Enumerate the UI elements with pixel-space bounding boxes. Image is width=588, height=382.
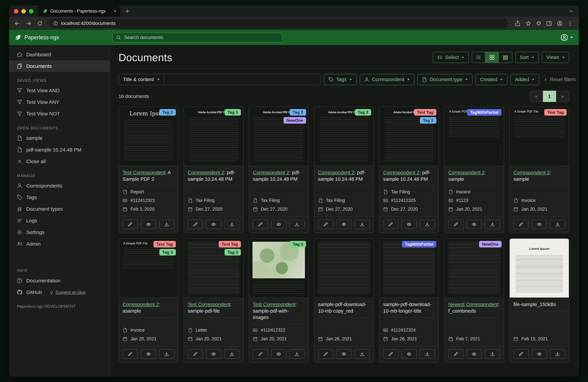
correspondent-link[interactable]: Test Correspondent bbox=[123, 170, 165, 175]
filter-added-button[interactable]: Added bbox=[510, 74, 539, 85]
document-title[interactable]: Correspondent 2: pdf-sample 10.24.48 PM bbox=[188, 169, 240, 186]
sidebar-item-correspondents[interactable]: Correspondents bbox=[9, 180, 110, 192]
download-button[interactable] bbox=[420, 220, 435, 229]
search-input[interactable] bbox=[124, 35, 278, 40]
document-thumbnail[interactable]: Lorem IpsumTag 2 bbox=[119, 107, 178, 166]
correspondent-link[interactable]: Correspondent 2 bbox=[123, 302, 159, 307]
document-card[interactable]: Adobe Acrobat PDF FilesTag 3Corresponden… bbox=[184, 106, 243, 233]
side-panel-icon[interactable] bbox=[546, 21, 552, 26]
document-title[interactable]: Test Correspondent: A Sample PDF 2 bbox=[123, 169, 174, 186]
document-thumbnail[interactable]: Adobe Acrobat PDF FilesTag 3 bbox=[184, 107, 243, 166]
document-card[interactable]: Tag 3Test Correspondent: sample-pdf-with… bbox=[249, 238, 309, 363]
download-button[interactable] bbox=[550, 349, 565, 359]
next-page-button[interactable]: » bbox=[556, 91, 569, 102]
edit-button[interactable] bbox=[513, 349, 529, 359]
tab-list-chevron-icon[interactable] bbox=[569, 9, 574, 14]
edit-button[interactable] bbox=[123, 220, 138, 229]
preview-button[interactable] bbox=[336, 220, 352, 229]
view-details-button[interactable] bbox=[499, 52, 512, 63]
preview-button[interactable] bbox=[271, 349, 286, 359]
download-button[interactable] bbox=[420, 349, 435, 359]
app-brand[interactable]: Paperless-ngx bbox=[15, 34, 112, 41]
document-card[interactable]: A Simple PDF FileTest TagCorrespondent 2… bbox=[509, 106, 569, 233]
address-bar[interactable]: localhost:4200/documents bbox=[49, 19, 508, 28]
tag-chip[interactable]: TagWithPartial bbox=[467, 109, 502, 116]
correspondent-link[interactable]: Correspondent 2 bbox=[188, 170, 224, 175]
view-list-button[interactable] bbox=[472, 52, 485, 63]
sidebar-item-tags[interactable]: Tags bbox=[9, 192, 110, 203]
preview-button[interactable] bbox=[206, 220, 221, 229]
sidebar-item-settings[interactable]: Settings bbox=[9, 226, 110, 238]
edit-button[interactable] bbox=[123, 349, 138, 359]
document-thumbnail[interactable]: A Simple PDF FileTest TagTag 3 bbox=[119, 239, 178, 298]
profile-icon[interactable] bbox=[557, 21, 563, 26]
document-title[interactable]: Correspondent 2: pdf-sample 10.24.48 PM bbox=[253, 169, 305, 186]
edit-button[interactable] bbox=[253, 349, 268, 359]
document-title[interactable]: Correspondent 2: asample bbox=[123, 301, 174, 318]
preview-button[interactable] bbox=[466, 220, 482, 229]
correspondent-link[interactable]: Correspondent 2 bbox=[513, 170, 550, 175]
view-grid-button[interactable] bbox=[485, 52, 499, 63]
edit-button[interactable] bbox=[383, 220, 399, 229]
filter-correspondent-button[interactable]: Correspondent bbox=[360, 74, 414, 85]
document-card[interactable]: Adobe Acrobat PDF FilesTag 2NewOneCorres… bbox=[249, 106, 309, 233]
edit-button[interactable] bbox=[188, 220, 203, 229]
sort-button[interactable]: Sort bbox=[515, 52, 539, 63]
preview-button[interactable] bbox=[141, 349, 156, 359]
document-card[interactable]: Lorem ipsumfile-sample_150kBsFeb 15, 202… bbox=[509, 238, 569, 363]
preview-button[interactable] bbox=[271, 220, 286, 229]
tag-chip[interactable]: Test Tag bbox=[414, 109, 436, 116]
sidebar-item-test-view-not[interactable]: Test View NOT bbox=[9, 108, 110, 120]
reload-button[interactable] bbox=[34, 18, 45, 29]
minimize-button[interactable] bbox=[21, 9, 26, 14]
maximize-button[interactable] bbox=[29, 9, 33, 14]
document-thumbnail[interactable]: Test TagTag 3 bbox=[184, 239, 243, 298]
download-button[interactable] bbox=[485, 220, 500, 229]
tab-close-icon[interactable]: × bbox=[114, 8, 117, 14]
document-thumbnail[interactable]: A Simple PDF FileTagWithPartial bbox=[445, 107, 504, 166]
tag-chip[interactable]: Tag 2 bbox=[420, 117, 436, 124]
document-thumbnail[interactable]: Adobe Acrobat PDF FilesTag 3 bbox=[314, 107, 374, 166]
prev-page-button[interactable]: « bbox=[530, 91, 543, 102]
preview-button[interactable] bbox=[141, 220, 156, 229]
tag-chip[interactable]: Test Tag bbox=[219, 241, 241, 247]
site-info-icon[interactable] bbox=[53, 21, 58, 26]
document-title[interactable]: sample-pdf-download-10-mb-longer-title bbox=[383, 301, 435, 318]
tag-chip[interactable]: Tag 3 bbox=[225, 109, 241, 116]
tag-chip[interactable]: NewOne bbox=[284, 117, 306, 124]
document-title[interactable]: Correspondent 2: sample bbox=[448, 169, 500, 186]
download-button[interactable] bbox=[159, 349, 174, 359]
preview-button[interactable] bbox=[532, 220, 547, 229]
tag-chip[interactable]: NewOne bbox=[479, 241, 502, 247]
sidebar-item-github[interactable]: GitHubSuggest an idea bbox=[9, 286, 110, 298]
correspondent-link[interactable]: Correspondent 2 bbox=[318, 170, 354, 175]
tag-chip[interactable]: Test Tag bbox=[544, 109, 567, 116]
tag-chip[interactable]: Tag 3 bbox=[290, 241, 306, 247]
document-title[interactable]: Correspondent 2: pdf-sample 10.24.48 PM bbox=[318, 169, 370, 186]
edit-button[interactable] bbox=[318, 349, 333, 359]
reset-filters-button[interactable]: Reset filters bbox=[544, 77, 576, 82]
correspondent-link[interactable]: Correspondent 2 bbox=[253, 170, 289, 175]
document-title[interactable]: Test Correspondent: sample-pdf-with-imag… bbox=[253, 301, 305, 324]
filter-tags-button[interactable]: Tags bbox=[324, 74, 357, 85]
filter-field-dropdown[interactable]: Title & content bbox=[119, 74, 164, 85]
document-card[interactable]: Lorem IpsumTag 2Test Correspondent: A Sa… bbox=[119, 106, 178, 233]
document-card[interactable]: A Simple PDF FileTest TagTag 3Correspond… bbox=[119, 238, 178, 363]
filter-document-type-button[interactable]: Document type bbox=[417, 74, 473, 85]
sidebar-item-close-all[interactable]: Close all bbox=[9, 156, 110, 167]
sidebar-item-dashboard[interactable]: Dashboard bbox=[9, 49, 110, 60]
tag-chip[interactable]: Tag 2 bbox=[159, 109, 176, 116]
correspondent-link[interactable]: Newest Correspondent bbox=[448, 302, 498, 307]
tag-chip[interactable]: TagWithPartial bbox=[402, 241, 436, 247]
document-title[interactable]: Test Correspondent: sample-pdf-file bbox=[188, 301, 240, 318]
document-title[interactable]: file-sample_150kBs bbox=[513, 301, 565, 311]
document-title[interactable]: Correspondent 2: pdf-sample 10.24.48 PM bbox=[383, 169, 435, 186]
correspondent-link[interactable]: Test Correspondent bbox=[188, 302, 230, 307]
tag-chip[interactable]: Tag 3 bbox=[225, 249, 241, 256]
views-button[interactable]: Views bbox=[542, 52, 569, 63]
correspondent-link[interactable]: Test Correspondent bbox=[253, 302, 295, 307]
correspondent-link[interactable]: Correspondent 2 bbox=[448, 170, 485, 175]
document-thumbnail[interactable]: NewOne bbox=[445, 239, 504, 298]
document-thumbnail[interactable]: Tag 3 bbox=[249, 239, 308, 298]
document-thumbnail[interactable]: Adobe Acrobat PDF FilesTag 2NewOne bbox=[249, 107, 308, 166]
